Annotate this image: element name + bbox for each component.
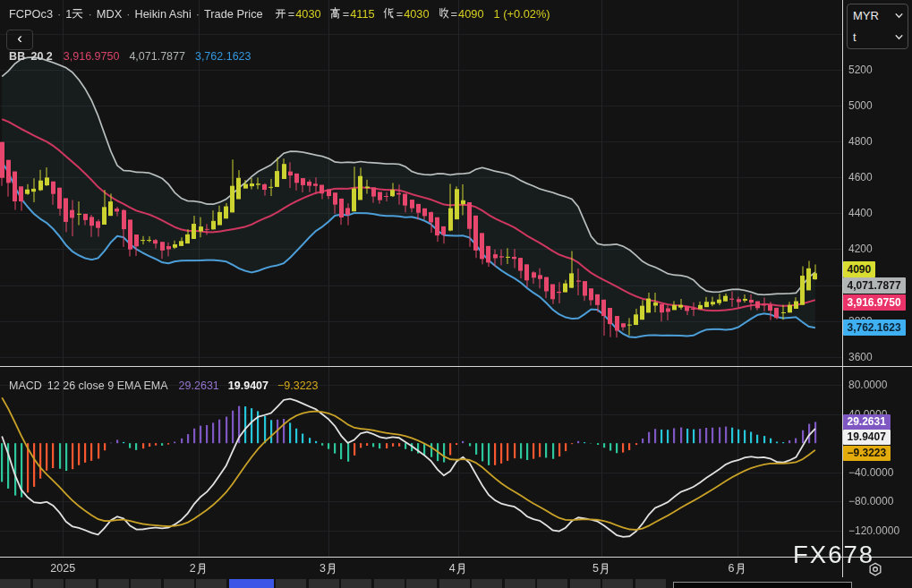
cjk-glyph <box>383 7 395 19</box>
time-axis-month-label: 5 <box>592 562 610 575</box>
bottom-strip-cell[interactable] <box>537 579 567 588</box>
bottom-strip-cell[interactable] <box>0 579 30 588</box>
bb-indicator-legend[interactable]: BB 20 2 3,916.9750 4,071.7877 3,762.1623 <box>9 50 251 63</box>
time-axis-month-label: 4 <box>449 562 467 575</box>
price-value-label: 3,916.9750 <box>843 294 906 311</box>
exchange-label: MDX <box>97 7 122 21</box>
ohlc-value: 4030 <box>404 7 429 21</box>
price-tick-label: 4600 <box>848 172 873 183</box>
price-value-label: 3,762.1623 <box>843 320 906 336</box>
bottom-strip-cell[interactable] <box>374 579 405 588</box>
cjk-glyph <box>599 563 610 575</box>
macd-value-label: −9.3223 <box>843 446 891 461</box>
bottom-range-box[interactable] <box>673 582 852 588</box>
time-axis-month-label: 3 <box>320 562 337 575</box>
equals-sign: = <box>288 7 294 21</box>
chevron-down-icon <box>895 12 903 20</box>
bottom-strip-cell[interactable] <box>472 579 502 588</box>
price-tick-label: 4800 <box>848 136 873 147</box>
separator-dot: · <box>126 7 130 21</box>
bottom-strip-cell[interactable] <box>33 579 64 588</box>
bb-basis-value: 3,916.9750 <box>64 50 120 63</box>
bb-lower-value: 3,762.1623 <box>195 50 251 63</box>
cjk-glyph <box>275 7 286 19</box>
cjk-glyph <box>456 563 467 575</box>
symbol-name[interactable]: FCPOc3 <box>9 7 53 21</box>
macd-histogram-value: 29.2631 <box>179 379 219 392</box>
interval-label[interactable]: 1 <box>65 7 83 21</box>
bottom-strip-cell[interactable] <box>439 579 470 588</box>
separator-dot: · <box>57 7 61 21</box>
bottom-strip-cell[interactable] <box>602 579 633 588</box>
equals-sign: = <box>451 7 457 21</box>
separator-dot: · <box>88 7 91 21</box>
symbol-info-bar: FCPOc3 · 1 · MDX · Heikin Ashi · Trade P… <box>9 4 550 23</box>
macd-indicator-legend[interactable]: MACD 12 26 close 9 EMA EMA 29.2631 19.94… <box>9 379 319 392</box>
equals-sign: = <box>396 7 403 21</box>
trading-chart-app: FCPOc3 · 1 · MDX · Heikin Ashi · Trade P… <box>0 0 912 588</box>
axis-unit-controls: MYR t <box>847 4 908 49</box>
equals-sign: = <box>343 7 349 21</box>
ohlc-label <box>438 7 449 21</box>
back-button[interactable]: ‹ <box>6 30 33 50</box>
price-source-label: Trade Price <box>204 7 263 21</box>
bb-upper-value: 4,071.7877 <box>129 50 185 63</box>
chart-style-label: Heikin Ashi <box>134 7 191 21</box>
time-axis-month-label: 6 <box>729 562 746 575</box>
price-tick-label: 4400 <box>848 208 873 218</box>
macd-value-label: 19.9407 <box>843 430 891 445</box>
bottom-strip-cell[interactable] <box>309 579 339 588</box>
bottom-strip-cell[interactable] <box>98 579 129 588</box>
separator-dot: · <box>196 7 200 21</box>
unit-dropdown[interactable]: t <box>848 26 908 47</box>
chart-canvas[interactable] <box>0 0 912 588</box>
price-tick-label: 3600 <box>848 352 873 362</box>
bb-params: 20 2 <box>30 50 52 63</box>
bottom-strip-cell[interactable] <box>196 579 226 588</box>
bottom-strip-cell[interactable] <box>570 579 601 588</box>
unit-value: t <box>853 30 857 44</box>
cjk-glyph <box>438 7 449 19</box>
bottom-strip-cell[interactable] <box>406 579 437 588</box>
cjk-glyph <box>196 563 208 575</box>
macd-value-label: 29.2631 <box>843 414 891 430</box>
macd-tick-label: −80.0000 <box>848 496 893 507</box>
bottom-strip-cell[interactable] <box>164 579 194 588</box>
bottom-strip-cell[interactable] <box>65 579 96 588</box>
ohlc-label <box>383 7 395 21</box>
price-value-label: 4,071.7877 <box>843 277 906 294</box>
cjk-glyph <box>735 563 746 575</box>
macd-params: 12 26 close 9 EMA EMA <box>47 379 168 392</box>
macd-tick-label: −40.0000 <box>848 467 893 478</box>
chevron-left-icon: ‹ <box>17 30 22 47</box>
ohlc-item: =4090 <box>438 7 484 21</box>
chevron-down-icon <box>895 33 903 41</box>
macd-tick-label: 80.0000 <box>848 379 887 390</box>
bottom-strip-cell[interactable] <box>505 579 535 588</box>
cjk-glyph <box>329 7 341 19</box>
cjk-glyph <box>326 563 337 575</box>
bottom-strip-cell-active[interactable] <box>229 579 274 588</box>
watermark: FX678 <box>793 541 874 569</box>
price-tick-label: 5200 <box>848 64 873 75</box>
change-label: 1 (+0.02%) <box>494 7 550 21</box>
time-axis-month-label: 2025 <box>50 562 75 575</box>
macd-signal-value: −9.3223 <box>277 379 319 392</box>
ohlc-item: =4030 <box>275 7 321 21</box>
bottom-strip-cell[interactable] <box>131 579 161 588</box>
ohlc-values: =4030=4115=4030=4090 <box>275 7 492 21</box>
ohlc-label <box>275 7 286 21</box>
bottom-strip-cell[interactable] <box>341 579 371 588</box>
bottom-strip-cell[interactable] <box>276 579 306 588</box>
currency-dropdown[interactable]: MYR <box>848 4 908 26</box>
bottom-strip-cell[interactable] <box>635 579 666 588</box>
ohlc-value: 4115 <box>350 7 375 21</box>
macd-line-value: 19.9407 <box>228 379 268 392</box>
macd-tick-label: −120.0000 <box>848 525 899 536</box>
ohlc-value: 4030 <box>295 7 320 21</box>
currency-value: MYR <box>853 9 879 22</box>
price-tick-label: 5000 <box>848 100 873 111</box>
ohlc-item: =4115 <box>329 7 375 21</box>
price-value-label: 4090 <box>843 261 876 277</box>
macd-title: MACD <box>9 379 42 392</box>
